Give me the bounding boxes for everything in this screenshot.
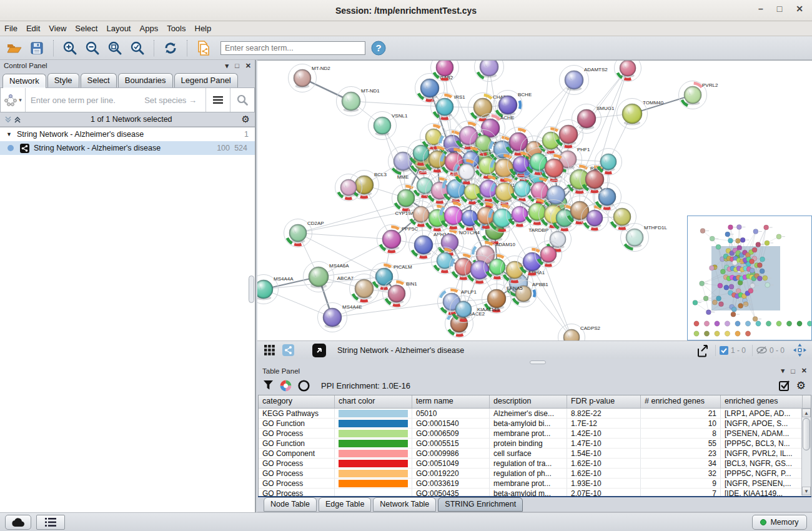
ring-chart-icon[interactable] <box>298 380 310 392</box>
node-pvrl2[interactable]: PVRL2 <box>679 81 718 109</box>
tab-network[interactable]: Network <box>2 74 46 88</box>
save-session-button[interactable] <box>27 39 46 57</box>
network-collection-row[interactable]: ▼ String Network - Alzheimer's disease 1 <box>0 127 255 141</box>
string-logo-dropdown[interactable]: ▾ <box>1 88 26 112</box>
help-button[interactable]: ? <box>369 39 388 57</box>
set-species-link[interactable]: Set species → <box>144 96 205 105</box>
table-row[interactable]: KEGG Pathways05010Alzheimer's dise...8.8… <box>259 409 811 419</box>
node-mthfd1l[interactable]: MTHFD1L <box>621 224 668 252</box>
export-network-button[interactable] <box>693 342 713 359</box>
menu-layout[interactable]: Layout <box>102 22 135 35</box>
horizontal-splitter[interactable] <box>257 359 812 365</box>
column-header-enriched-genes[interactable]: enriched genes <box>721 395 803 408</box>
table-row[interactable]: GO FunctionGO:0001540beta-amyloid bi...1… <box>259 419 811 429</box>
tab-edge-table[interactable]: Edge Table <box>319 497 371 512</box>
node-abca7[interactable]: ABCA7 <box>337 274 379 304</box>
tab-string-enrichment[interactable]: STRING Enrichment <box>438 497 523 512</box>
column-header-chart-color[interactable]: chart color <box>335 395 412 408</box>
menu-edit[interactable]: Edit <box>22 22 44 35</box>
open-session-button[interactable] <box>5 39 24 57</box>
gear-icon[interactable]: ⚙ <box>242 114 250 125</box>
tab-boundaries[interactable]: Boundaries <box>118 73 173 87</box>
zoom-in-button[interactable] <box>61 39 79 57</box>
node[interactable] <box>595 149 622 176</box>
string-options-button[interactable] <box>206 88 230 112</box>
navigator-button[interactable] <box>791 342 808 359</box>
panel-float-icon[interactable]: □ <box>791 367 795 375</box>
refresh-button[interactable] <box>161 39 180 57</box>
node-adamts2[interactable]: ADAMTS2 <box>560 66 608 95</box>
share-view-button[interactable] <box>280 342 296 359</box>
panel-splitter-handle[interactable] <box>249 275 254 303</box>
node-mt-nd1[interactable]: MT-ND1 <box>337 87 380 116</box>
tab-network-table[interactable]: Network Table <box>373 497 436 512</box>
zoom-fit-button[interactable] <box>106 39 124 57</box>
grid-view-button[interactable] <box>261 342 277 359</box>
node[interactable] <box>608 203 636 231</box>
birdseye-view-panel[interactable] <box>687 216 812 340</box>
chart-color-cell <box>335 419 412 428</box>
tree-expand-icon[interactable]: ▼ <box>6 131 12 137</box>
column-header-term-name[interactable]: term name <box>412 395 490 408</box>
menu-select[interactable]: Select <box>71 22 102 35</box>
panel-menu-icon[interactable]: ▾ <box>781 367 785 375</box>
column-header-category[interactable]: category <box>259 395 335 408</box>
maximize-button[interactable]: □ <box>777 4 782 14</box>
zoom-out-button[interactable] <box>83 39 102 57</box>
donut-chart-icon[interactable] <box>280 380 292 392</box>
panel-float-icon[interactable]: □ <box>235 62 239 69</box>
network-row-selected[interactable]: String Network - Alzheimer's disease 100… <box>0 141 255 155</box>
panel-close-icon[interactable]: ✕ <box>801 367 807 375</box>
copy-network-button[interactable] <box>194 39 213 57</box>
node-cadps2[interactable]: CADPS2 <box>558 324 601 341</box>
tab-style[interactable]: Style <box>47 73 79 87</box>
table-row[interactable]: GO ComponentGO:0009986cell surface1.54E-… <box>259 449 811 459</box>
task-history-button[interactable] <box>36 515 65 530</box>
table-settings-gear-icon[interactable]: ⚙ <box>796 379 806 392</box>
panel-close-icon[interactable]: ✕ <box>245 62 251 70</box>
close-button[interactable]: ✕ <box>796 4 803 14</box>
tab-node-table[interactable]: Node Table <box>264 497 317 512</box>
select-all-checkbox-icon[interactable] <box>779 380 790 391</box>
menu-apps[interactable]: Apps <box>136 22 163 35</box>
string-query-input[interactable]: Enter one term per line. <box>26 96 144 105</box>
open-in-window-button[interactable] <box>310 342 329 359</box>
node[interactable] <box>475 61 504 82</box>
column-header-description[interactable]: description <box>490 395 567 408</box>
node-tomm40[interactable]: TOMM40 <box>617 99 664 129</box>
column-header-FDR-p-value[interactable]: FDR p-value <box>567 395 641 408</box>
table-row[interactable]: GO ProcessGO:0051049regulation of tra...… <box>259 459 811 469</box>
node[interactable] <box>431 61 459 82</box>
tab-select[interactable]: Select <box>81 73 117 87</box>
filter-icon[interactable] <box>264 380 274 390</box>
table-row[interactable]: GO ProcessGO:0019220regulation of ph...1… <box>259 469 811 479</box>
node[interactable] <box>615 61 641 82</box>
menu-view[interactable]: View <box>44 22 71 35</box>
memory-button[interactable]: Memory <box>752 515 807 530</box>
menu-file[interactable]: File <box>0 22 22 35</box>
menu-tools[interactable]: Tools <box>162 22 190 35</box>
node-smug1[interactable]: SMUG1 <box>572 104 615 134</box>
table-row[interactable]: GO ProcessGO:0050435beta-amyloid m...2.0… <box>259 489 811 496</box>
menu-help[interactable]: Help <box>191 22 216 35</box>
minimize-button[interactable]: – <box>758 4 763 14</box>
table-row[interactable]: GO ProcessGO:0006509membrane prot...1.42… <box>259 429 811 439</box>
table-vertical-scrollbar[interactable]: ▲ ▼ <box>801 409 811 495</box>
search-input[interactable] <box>220 41 365 55</box>
scroll-down-icon[interactable]: ▼ <box>802 487 811 495</box>
scroll-up-icon[interactable]: ▲ <box>802 409 811 417</box>
string-search-button[interactable] <box>230 88 254 112</box>
scrollbar-thumb[interactable] <box>803 418 810 450</box>
tab-legend-panel[interactable]: Legend Panel <box>174 73 238 87</box>
node-ms4a4e[interactable]: MS4A4E <box>318 303 362 332</box>
table-row[interactable]: GO ProcessGO:0033619membrane prot...1.93… <box>259 479 811 489</box>
chart-color-cell <box>335 409 412 418</box>
panel-menu-icon[interactable]: ▾ <box>225 62 229 70</box>
table-row[interactable]: GO FunctionGO:0005515protein binding1.47… <box>259 439 811 449</box>
column-header--enriched-genes[interactable]: # enriched genes <box>641 395 721 408</box>
cloud-tasks-button[interactable] <box>5 515 31 530</box>
cell: GO:0001540 <box>412 419 490 428</box>
collapse-expand-icons[interactable] <box>5 116 21 124</box>
node-ppp5c[interactable]: PPP5C <box>377 225 418 254</box>
zoom-selected-button[interactable] <box>128 39 147 57</box>
